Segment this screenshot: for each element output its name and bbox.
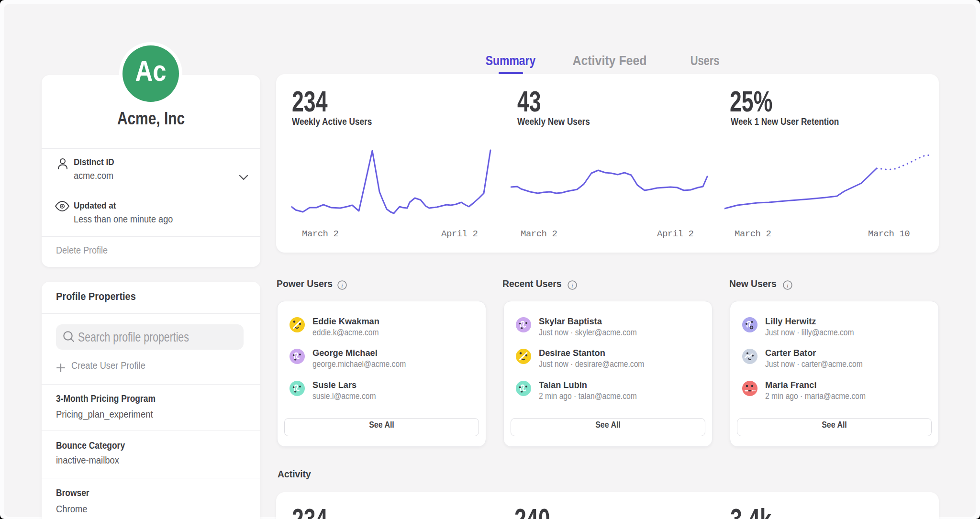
svg-text:i: i	[571, 282, 573, 289]
svg-text:i: i	[787, 282, 789, 289]
svg-text:i: i	[341, 282, 343, 289]
